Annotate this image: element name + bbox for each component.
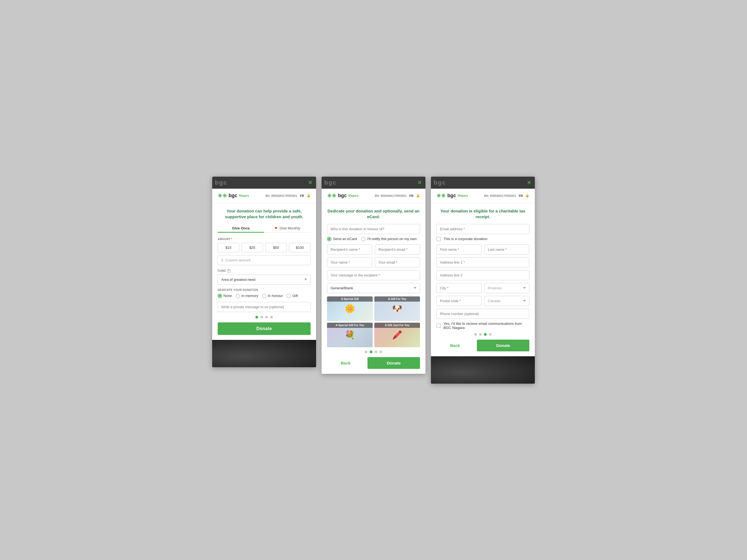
fund-select[interactable]: Area of greatest need: [217, 275, 311, 285]
panel-3-header: ✳✳ bgc Niagara BN: 896568417RR0001 FR 🔒: [431, 189, 535, 203]
address2-input[interactable]: [436, 270, 530, 280]
tabs-1: Give Once ❤ Give Monthly: [217, 224, 311, 233]
ecard-type-select[interactable]: General/Blank: [327, 283, 420, 293]
dot-1-2: [260, 316, 263, 319]
email-input[interactable]: [436, 224, 530, 234]
ecard-3[interactable]: 💐 A Special Gift For You: [327, 323, 373, 347]
bgc-logo-icon-3: ✳✳: [436, 193, 446, 199]
notify-own-option[interactable]: I'll notify this person on my own: [361, 237, 416, 241]
dot-2-4: [380, 351, 382, 353]
city-input[interactable]: [436, 283, 482, 293]
email-comm-checkbox[interactable]: [436, 324, 441, 328]
province-select[interactable]: Province: [484, 283, 530, 293]
logo-sub-2: Niagara: [349, 194, 358, 197]
lang-1[interactable]: FR: [300, 194, 304, 198]
dot-1-1: [255, 316, 258, 319]
radio-gift[interactable]: Gift: [287, 294, 298, 298]
send-ecard-option[interactable]: Send an eCard: [327, 237, 357, 241]
ecard-4-label: A Gift Just For You: [374, 323, 420, 328]
sender-row: [327, 257, 420, 268]
radio-circle-memory: [236, 294, 240, 298]
bn-text-3: BN: 896568417RR0001: [484, 194, 516, 198]
ecard-2-label: A Gift For You: [374, 297, 420, 302]
recipient-name-input[interactable]: [327, 245, 372, 255]
panel-1-title: Your donation can help provide a safe, s…: [217, 208, 311, 220]
ecard-2[interactable]: 🐶 A Gift For You: [374, 297, 420, 321]
your-name-input[interactable]: [327, 257, 372, 268]
recipient-email-input[interactable]: [375, 245, 420, 255]
panel-1-bg-image: [212, 340, 316, 367]
city-province-row: Province: [436, 283, 530, 293]
bn-text-2: BN: 896568417RR0001: [375, 194, 407, 198]
lock-icon-3: 🔒: [525, 194, 530, 198]
dot-2-1: [365, 351, 367, 353]
ecard-1[interactable]: 🌼 A Special Gift: [327, 297, 373, 321]
fund-info-icon[interactable]: ?: [227, 269, 231, 273]
logo-area-2: ✳✳ bgc Niagara: [327, 193, 358, 199]
your-email-input[interactable]: [375, 257, 420, 268]
fund-label: FUND ?: [217, 269, 311, 273]
private-message-input[interactable]: [217, 302, 311, 312]
ecard-4[interactable]: 🖍️ A Gift Just For You: [374, 323, 420, 347]
dot-3-3: [484, 333, 487, 336]
tab-give-once[interactable]: Give Once: [217, 224, 264, 232]
radio-honour[interactable]: In honour: [262, 294, 283, 298]
logo-area-1: ✳✳ bgc Niagara: [217, 193, 249, 199]
email-comm-label: Yes, I'd like to recieve email communica…: [443, 322, 530, 330]
radio-memory[interactable]: In memory: [236, 294, 258, 298]
amount-buttons: $15 $25 $50 $100: [217, 243, 311, 252]
close-icon-2[interactable]: ✕: [417, 180, 422, 186]
panel-2-topbar: bgc ✕: [321, 177, 426, 189]
recipient-row: [327, 245, 420, 255]
message-input[interactable]: [327, 270, 420, 280]
amount-btn-100[interactable]: $100: [289, 243, 311, 252]
back-button-3[interactable]: Back: [436, 339, 473, 351]
radio-gift-label: Gift: [292, 294, 298, 298]
custom-amount-field[interactable]: $ Custom amount: [217, 255, 311, 265]
ecard-1-label: A Special Gift: [327, 297, 373, 302]
notify-own-radio: [361, 237, 366, 241]
bgc-logo-icon-1: ✳✳: [217, 193, 227, 199]
lang-2[interactable]: FR: [409, 194, 413, 198]
back-donate-row-3: Back Donate: [436, 339, 530, 351]
radio-none[interactable]: None: [217, 294, 232, 298]
postal-input[interactable]: [436, 296, 482, 306]
corporate-checkbox[interactable]: [436, 237, 441, 241]
logo-text-3: bgc: [447, 193, 456, 199]
amount-btn-15[interactable]: $15: [217, 243, 239, 252]
first-name-input[interactable]: [436, 245, 482, 255]
amount-btn-50[interactable]: $50: [265, 243, 287, 252]
amount-btn-25[interactable]: $25: [241, 243, 263, 252]
fund-section: FUND ? Area of greatest need: [217, 269, 311, 285]
send-ecard-radio: [327, 237, 331, 241]
amount-label: AMOUNT*: [217, 238, 311, 240]
last-name-input[interactable]: [484, 245, 530, 255]
bn-text-1: BN: 896568417RR0001: [265, 194, 298, 198]
tab-give-monthly[interactable]: ❤ Give Monthly: [264, 224, 311, 232]
lock-icon-1: 🔒: [307, 194, 311, 198]
close-icon-1[interactable]: ✕: [308, 180, 312, 186]
logo-sub-1: Niagara: [239, 194, 249, 197]
close-icon-3[interactable]: ✕: [527, 180, 531, 186]
lang-3[interactable]: FR: [519, 194, 523, 198]
dot-3-4: [489, 333, 492, 336]
address1-input[interactable]: [436, 257, 530, 268]
panel-1-content: Your donation can help provide a safe, s…: [212, 203, 316, 340]
donate-button-2[interactable]: Donate: [367, 357, 420, 369]
header-meta-2: BN: 896568417RR0001 FR 🔒: [375, 194, 420, 198]
phone-input[interactable]: [436, 309, 530, 319]
country-select[interactable]: Canada: [484, 296, 530, 306]
corporate-label: This is a corporate donation: [443, 237, 487, 241]
dedicate-section: DEDICATE YOUR DONATION None In memory In…: [217, 288, 311, 298]
dollar-icon: $: [221, 258, 223, 262]
radio-circle-honour: [262, 294, 266, 298]
donate-button-3[interactable]: Donate: [477, 339, 530, 351]
radio-honour-label: In honour: [268, 294, 283, 298]
donate-button-1[interactable]: Donate: [217, 322, 311, 335]
logo-text-1: bgc: [229, 193, 237, 199]
back-button-2[interactable]: Back: [327, 357, 364, 369]
honour-of-input[interactable]: [327, 224, 420, 234]
postal-country-row: Canada: [436, 296, 530, 306]
back-donate-row-2: Back Donate: [327, 357, 420, 369]
dot-2-2: [370, 351, 372, 353]
